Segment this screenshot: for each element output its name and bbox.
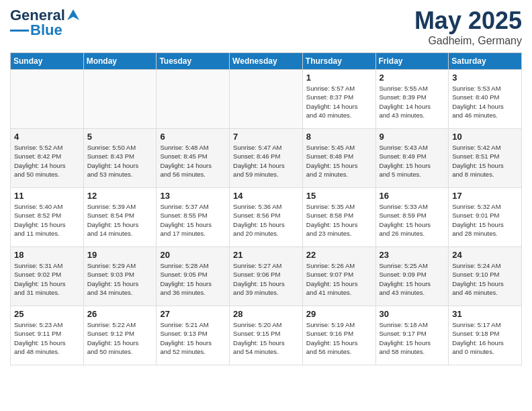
calendar-day-cell: 16Sunrise: 5:33 AM Sunset: 8:59 PM Dayli… [375, 188, 449, 247]
day-number: 26 [87, 309, 153, 319]
title-block: May 2025 Gadheim, Germany [414, 7, 522, 47]
day-info: Sunrise: 5:31 AM Sunset: 9:02 PM Dayligh… [14, 261, 80, 297]
calendar-day-cell: 17Sunrise: 5:32 AM Sunset: 9:01 PM Dayli… [449, 188, 522, 247]
calendar-week-row: 18Sunrise: 5:31 AM Sunset: 9:02 PM Dayli… [11, 247, 522, 306]
calendar-day-cell: 20Sunrise: 5:28 AM Sunset: 9:05 PM Dayli… [157, 247, 230, 306]
calendar-day-cell: 13Sunrise: 5:37 AM Sunset: 8:55 PM Dayli… [157, 188, 230, 247]
weekday-header: Wednesday [230, 53, 303, 70]
calendar-day-cell: 30Sunrise: 5:18 AM Sunset: 9:17 PM Dayli… [375, 306, 449, 365]
day-info: Sunrise: 5:22 AM Sunset: 9:12 PM Dayligh… [87, 320, 153, 356]
day-info: Sunrise: 5:17 AM Sunset: 9:18 PM Dayligh… [452, 320, 518, 356]
day-number: 3 [452, 73, 518, 83]
day-info: Sunrise: 5:25 AM Sunset: 9:09 PM Dayligh… [380, 261, 445, 297]
calendar-week-row: 4Sunrise: 5:52 AM Sunset: 8:42 PM Daylig… [11, 129, 522, 188]
calendar-day-cell [157, 70, 230, 129]
day-number: 30 [380, 309, 445, 319]
day-number: 16 [380, 191, 445, 201]
day-info: Sunrise: 5:24 AM Sunset: 9:10 PM Dayligh… [452, 261, 518, 297]
day-info: Sunrise: 5:36 AM Sunset: 8:56 PM Dayligh… [233, 202, 299, 238]
day-number: 24 [452, 250, 518, 260]
day-info: Sunrise: 5:35 AM Sunset: 8:58 PM Dayligh… [306, 202, 372, 238]
calendar-day-cell: 19Sunrise: 5:29 AM Sunset: 9:03 PM Dayli… [83, 247, 157, 306]
weekday-header: Thursday [302, 53, 375, 70]
day-number: 27 [160, 309, 226, 319]
header-row: SundayMondayTuesdayWednesdayThursdayFrid… [11, 53, 522, 70]
calendar-day-cell: 25Sunrise: 5:23 AM Sunset: 9:11 PM Dayli… [11, 306, 84, 365]
day-number: 17 [452, 191, 518, 201]
day-number: 18 [14, 250, 80, 260]
calendar-day-cell: 10Sunrise: 5:42 AM Sunset: 8:51 PM Dayli… [449, 129, 522, 188]
day-number: 14 [233, 191, 299, 201]
day-number: 19 [87, 250, 153, 260]
day-info: Sunrise: 5:26 AM Sunset: 9:07 PM Dayligh… [306, 261, 372, 297]
page-header: General Blue May 2025 Gadheim, Germany [10, 7, 522, 47]
calendar-day-cell [230, 70, 303, 129]
day-info: Sunrise: 5:19 AM Sunset: 9:16 PM Dayligh… [306, 320, 372, 356]
calendar-week-row: 1Sunrise: 5:57 AM Sunset: 8:37 PM Daylig… [11, 70, 522, 129]
day-number: 21 [233, 250, 299, 260]
day-number: 2 [380, 73, 445, 83]
logo-line [10, 30, 29, 32]
day-info: Sunrise: 5:27 AM Sunset: 9:06 PM Dayligh… [233, 261, 299, 297]
calendar-day-cell: 12Sunrise: 5:39 AM Sunset: 8:54 PM Dayli… [83, 188, 157, 247]
calendar-day-cell: 5Sunrise: 5:50 AM Sunset: 8:43 PM Daylig… [83, 129, 157, 188]
calendar-day-cell: 2Sunrise: 5:55 AM Sunset: 8:39 PM Daylig… [375, 70, 449, 129]
calendar-day-cell: 11Sunrise: 5:40 AM Sunset: 8:52 PM Dayli… [11, 188, 84, 247]
calendar-week-row: 11Sunrise: 5:40 AM Sunset: 8:52 PM Dayli… [11, 188, 522, 247]
day-number: 9 [380, 132, 445, 142]
calendar-day-cell [11, 70, 84, 129]
calendar-day-cell: 1Sunrise: 5:57 AM Sunset: 8:37 PM Daylig… [302, 70, 375, 129]
calendar-day-cell: 31Sunrise: 5:17 AM Sunset: 9:18 PM Dayli… [449, 306, 522, 365]
day-info: Sunrise: 5:20 AM Sunset: 9:15 PM Dayligh… [233, 320, 299, 356]
weekday-header: Tuesday [157, 53, 230, 70]
weekday-header: Sunday [11, 53, 84, 70]
day-info: Sunrise: 5:57 AM Sunset: 8:37 PM Dayligh… [306, 84, 372, 120]
logo: General Blue [10, 7, 81, 39]
day-info: Sunrise: 5:48 AM Sunset: 8:45 PM Dayligh… [160, 143, 226, 179]
month-title: May 2025 [414, 7, 522, 35]
calendar-body: 1Sunrise: 5:57 AM Sunset: 8:37 PM Daylig… [11, 70, 522, 365]
day-info: Sunrise: 5:52 AM Sunset: 8:42 PM Dayligh… [14, 143, 80, 179]
day-info: Sunrise: 5:43 AM Sunset: 8:49 PM Dayligh… [380, 143, 445, 179]
day-info: Sunrise: 5:45 AM Sunset: 8:48 PM Dayligh… [306, 143, 372, 179]
day-number: 28 [233, 309, 299, 319]
weekday-header: Saturday [449, 53, 522, 70]
calendar-header: SundayMondayTuesdayWednesdayThursdayFrid… [11, 53, 522, 70]
logo-bird-icon [66, 8, 81, 23]
weekday-header: Monday [83, 53, 157, 70]
calendar-day-cell: 21Sunrise: 5:27 AM Sunset: 9:06 PM Dayli… [230, 247, 303, 306]
logo-text-blue: Blue [30, 21, 62, 39]
day-info: Sunrise: 5:42 AM Sunset: 8:51 PM Dayligh… [452, 143, 518, 179]
day-number: 23 [380, 250, 445, 260]
day-info: Sunrise: 5:37 AM Sunset: 8:55 PM Dayligh… [160, 202, 226, 238]
day-info: Sunrise: 5:23 AM Sunset: 9:11 PM Dayligh… [14, 320, 80, 356]
calendar-day-cell: 26Sunrise: 5:22 AM Sunset: 9:12 PM Dayli… [83, 306, 157, 365]
day-number: 22 [306, 250, 372, 260]
calendar-day-cell: 6Sunrise: 5:48 AM Sunset: 8:45 PM Daylig… [157, 129, 230, 188]
day-number: 29 [306, 309, 372, 319]
day-number: 8 [306, 132, 372, 142]
day-info: Sunrise: 5:50 AM Sunset: 8:43 PM Dayligh… [87, 143, 153, 179]
day-number: 5 [87, 132, 153, 142]
day-number: 12 [87, 191, 153, 201]
day-info: Sunrise: 5:47 AM Sunset: 8:46 PM Dayligh… [233, 143, 299, 179]
calendar-day-cell: 9Sunrise: 5:43 AM Sunset: 8:49 PM Daylig… [375, 129, 449, 188]
location-title: Gadheim, Germany [414, 35, 522, 47]
day-info: Sunrise: 5:21 AM Sunset: 9:13 PM Dayligh… [160, 320, 226, 356]
day-number: 25 [14, 309, 80, 319]
calendar-day-cell: 24Sunrise: 5:24 AM Sunset: 9:10 PM Dayli… [449, 247, 522, 306]
calendar-day-cell: 18Sunrise: 5:31 AM Sunset: 9:02 PM Dayli… [11, 247, 84, 306]
svg-marker-0 [67, 9, 79, 20]
day-number: 7 [233, 132, 299, 142]
day-number: 13 [160, 191, 226, 201]
day-info: Sunrise: 5:29 AM Sunset: 9:03 PM Dayligh… [87, 261, 153, 297]
calendar-day-cell: 4Sunrise: 5:52 AM Sunset: 8:42 PM Daylig… [11, 129, 84, 188]
day-info: Sunrise: 5:55 AM Sunset: 8:39 PM Dayligh… [380, 84, 445, 120]
calendar-day-cell: 15Sunrise: 5:35 AM Sunset: 8:58 PM Dayli… [302, 188, 375, 247]
calendar-day-cell: 8Sunrise: 5:45 AM Sunset: 8:48 PM Daylig… [302, 129, 375, 188]
weekday-header: Friday [375, 53, 449, 70]
day-number: 31 [452, 309, 518, 319]
day-number: 11 [14, 191, 80, 201]
day-info: Sunrise: 5:40 AM Sunset: 8:52 PM Dayligh… [14, 202, 80, 238]
calendar-day-cell: 23Sunrise: 5:25 AM Sunset: 9:09 PM Dayli… [375, 247, 449, 306]
